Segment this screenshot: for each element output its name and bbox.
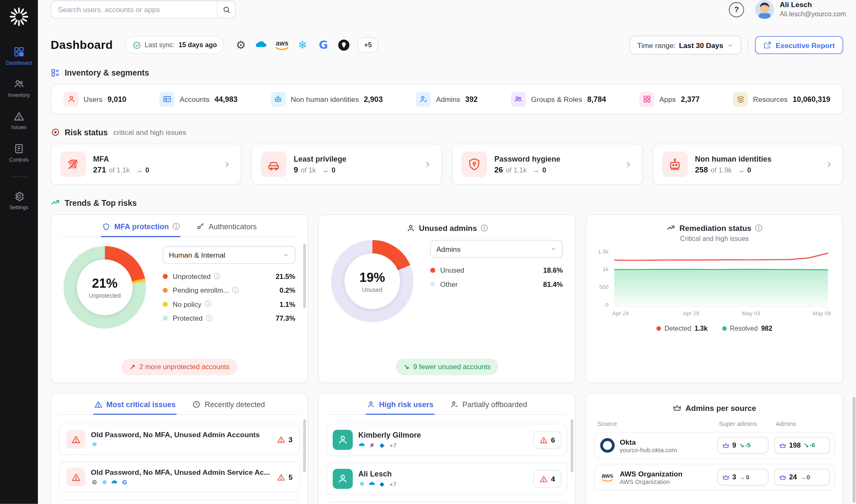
page-scrollbar[interactable] (853, 397, 856, 503)
stat-groups-roles[interactable]: Groups & Roles 8,784 (511, 91, 606, 106)
tab-partially-offboarded[interactable]: Partially offboarded (449, 400, 528, 414)
robot-icon (662, 152, 688, 177)
remediation-chart: 1.5k 1k 500 0 (595, 251, 834, 307)
issue-row[interactable]: Old Password, No MFA, Unused Admin Servi… (59, 461, 300, 493)
app-logo-icon (8, 6, 30, 28)
crown-icon (722, 442, 729, 449)
integration-icons[interactable]: ⚙aws❄G (234, 38, 351, 52)
info-icon[interactable]: ⓘ (206, 315, 212, 321)
mfa-legend: Unprotected ⓘ 21.5% Pending enrollm... ⓘ… (163, 269, 295, 325)
mfa-donut-chart: 21% Unprotected (64, 246, 146, 328)
sidebar-item-controls[interactable]: Controls (0, 143, 38, 163)
tab-mfa-protection[interactable]: MFA protection ⓘ (101, 223, 181, 236)
stat-admins[interactable]: Admins 392 (416, 91, 478, 106)
sidebar-item-issues[interactable]: Issues (0, 111, 38, 130)
tab-most-critical-issues[interactable]: Most critical issues (93, 400, 177, 414)
mfa-trend-badge: ↗ 2 more unprotected accounts (122, 359, 237, 375)
risk-section-header: Risk status critical and high issues (51, 127, 843, 137)
user-avatar-icon (333, 430, 353, 450)
admins-pill: 24 →0 (774, 469, 830, 486)
id-card-icon (160, 91, 175, 106)
user-row[interactable]: Ali Lesch ❄◆ +7 4 (326, 463, 567, 495)
key-icon (196, 223, 205, 231)
search-button[interactable] (217, 1, 235, 18)
search-icon (222, 5, 230, 14)
legend-row: Unprotected ⓘ 21.5% (163, 269, 295, 283)
fingerprint-icon (60, 152, 86, 177)
more-integrations-badge[interactable]: +5 (357, 37, 379, 53)
table-row[interactable]: aws AWS Organization AWS Organization 3 … (594, 464, 835, 491)
risk-card-mfa[interactable]: MFA 271 of 1.1k → 0 (51, 144, 241, 185)
tab-recently-detected[interactable]: Recently detected (191, 400, 266, 414)
user-app-icons: ❄◆ (358, 481, 385, 488)
crown-icon (673, 404, 681, 413)
stat-non-human-identities[interactable]: Non human identities 2,903 (271, 91, 383, 106)
tab-authenticators[interactable]: Authenticators (195, 223, 258, 236)
card-scrollbar[interactable] (571, 419, 573, 472)
legend-row: Pending enrollm... ⓘ 0.2% (163, 284, 295, 297)
chevron-right-icon (624, 160, 633, 169)
issue-row[interactable]: Old Password, No MFA, Unused Admin Accou… (59, 424, 300, 455)
executive-report-button[interactable]: Executive Report (755, 36, 843, 54)
person-icon (367, 400, 375, 409)
risk-card-non-human-identities[interactable]: Non human identities 258 of 1.9k → 0 (652, 144, 843, 185)
sidebar-item-label: Dashboard (6, 60, 32, 66)
sidebar-item-label: Issues (11, 124, 27, 130)
info-icon[interactable]: ⓘ (214, 273, 220, 279)
trend-down-icon: ↘ (403, 363, 410, 371)
time-range-select[interactable]: Time range: Last 30 Days (630, 35, 741, 54)
x-axis: Apr 24 Apr 29 May 03 May 08 (614, 310, 828, 318)
stat-users[interactable]: Users 9,010 (64, 91, 126, 106)
risk-card-least-privilege[interactable]: Least privilege 9 of 1k → 0 (251, 144, 442, 185)
tab-high-risk-users[interactable]: High risk users (366, 400, 435, 414)
stat-resources[interactable]: Resources 10,060,319 (733, 91, 831, 106)
avatar[interactable] (755, 0, 774, 19)
trend-arrow-icon: ↘ (803, 441, 809, 449)
user-row[interactable]: Kimberly Gilmore #◆ +7 6 (326, 424, 567, 456)
chevron-right-icon (824, 160, 834, 169)
chevron-right-icon (222, 160, 232, 169)
car-icon (261, 152, 286, 177)
chevron-down-icon (550, 246, 557, 252)
help-button[interactable]: ? (729, 2, 744, 17)
issue-row[interactable]: No MFA - Global Admin Account (59, 499, 300, 504)
divider (748, 39, 748, 51)
unused-admins-card: Unused admins ⓘ 19% Unused Admins (318, 214, 576, 383)
sidebar-item-inventory[interactable]: Inventory (0, 79, 38, 98)
issue-app-icons: ❄ (91, 441, 271, 448)
stat-accounts[interactable]: Accounts 44,983 (160, 91, 237, 106)
risk-card-password-hygiene[interactable]: Password hygiene 26 of 1.1k → 0 (452, 144, 642, 185)
aws-logo-icon: aws (600, 470, 615, 484)
unused-admins-select[interactable]: Admins (430, 240, 563, 258)
info-icon[interactable]: ⓘ (755, 225, 762, 232)
legend-resolved: Resolved 982 (722, 324, 772, 332)
trend-to-icon: → (322, 166, 329, 174)
sidebar-divider (10, 177, 27, 177)
page-title: Dashboard (51, 38, 113, 52)
card-scrollbar[interactable] (303, 419, 306, 472)
sidebar-item-dashboard[interactable]: Dashboard (0, 46, 38, 66)
people-icon (13, 79, 25, 90)
info-icon[interactable]: ⓘ (173, 223, 180, 230)
search-input[interactable] (51, 1, 217, 18)
issue-count: 5 (277, 473, 293, 481)
mfa-scope-select[interactable]: Human & Internal (163, 246, 295, 264)
table-row[interactable]: Okta yourco-hub.okta.com 9 ↘-5 198 (594, 432, 835, 459)
gear-icon (13, 191, 25, 202)
user-row[interactable] (326, 501, 567, 504)
sidebar-item-settings[interactable]: Settings (0, 191, 38, 210)
last-sync-label: Last sync: (145, 41, 175, 49)
critical-issues-card: Most critical issues Recently detected O… (51, 393, 308, 504)
info-icon[interactable]: ⓘ (481, 225, 488, 232)
info-icon[interactable]: ⓘ (205, 301, 211, 307)
user-issue-count: 4 (533, 470, 561, 488)
trend-arrow-icon: ↘ (739, 441, 744, 449)
clock-icon (192, 400, 201, 409)
stat-apps[interactable]: Apps 2,377 (639, 91, 700, 106)
info-icon[interactable]: ⓘ (232, 287, 239, 294)
trending-up-icon (667, 224, 675, 233)
alert-triangle-icon (66, 468, 85, 486)
crown-icon (722, 474, 729, 481)
card-scrollbar[interactable] (303, 244, 306, 308)
admins-per-source-title: Admins per source (594, 404, 835, 413)
